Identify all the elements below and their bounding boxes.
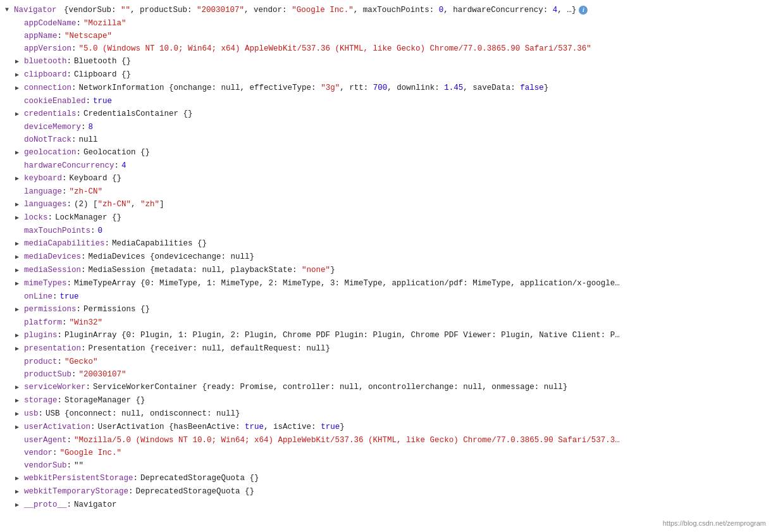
prop-key-maxTouchPoints: maxTouchPoints [24,225,90,237]
property-line-mimeTypes[interactable]: mimeTypes: MimeTypeArray {0: MimeType, 1… [0,277,771,290]
prop-key-cookieEnabled: cookieEnabled [24,96,86,107]
triangle-clipboard[interactable] [15,69,24,81]
prop-key-bluetooth: bluetooth [24,56,67,67]
prop-value-storage: StorageManager {} [65,395,145,406]
property-line-permissions[interactable]: permissions: Permissions {} [0,303,771,316]
prop-key-clipboard: clipboard [24,69,67,80]
property-line-connection[interactable]: connection: NetworkInformation {onchange… [0,82,771,95]
property-line-webkitPersistentStorage[interactable]: webkitPersistentStorage: DeprecatedStora… [0,472,771,485]
triangle-geolocation[interactable] [15,147,24,159]
property-line-vendor[interactable]: vendor: "Google Inc." [0,447,771,459]
property-line-bluetooth[interactable]: bluetooth: Bluetooth {} [0,55,771,68]
triangle-mediaSession[interactable] [15,264,24,276]
prop-value-userAgent: "Mozilla/5.0 (Windows NT 10.0; Win64; x6… [74,435,620,446]
property-line-appVersion[interactable]: appVersion: "5.0 (Windows NT 10.0; Win64… [0,42,771,55]
property-line-productSub[interactable]: productSub: "20030107" [0,368,771,381]
prop-value-appVersion: "5.0 (Windows NT 10.0; Win64; x64) Apple… [79,43,591,54]
property-line-mediaSession[interactable]: mediaSession: MediaSession {metadata: nu… [0,264,771,277]
property-line-doNotTrack[interactable]: doNotTrack: null [0,133,771,146]
devtools-panel: Navigator {vendorSub: "", productSub: "2… [0,0,771,514]
property-line-deviceMemory[interactable]: deviceMemory: 8 [0,121,771,133]
prop-key-platform: platform [24,317,62,328]
prop-key-product: product [24,356,58,368]
property-line-storage[interactable]: storage: StorageManager {} [0,394,771,407]
property-line-locks[interactable]: locks: LockManager {} [0,211,771,225]
property-line-userAgent[interactable]: userAgent: "Mozilla/5.0 (Windows NT 10.0… [0,434,771,447]
prop-key-plugins: plugins [24,330,58,341]
prop-value-proto: Navigator [74,499,117,510]
prop-value-webkitTemporaryStorage: DeprecatedStorageQuota {} [136,486,255,497]
prop-key-deviceMemory: deviceMemory [24,121,81,133]
navigator-meta-value: {vendorSub: "", productSub: "20030107", … [64,4,576,16]
triangle-keyboard[interactable] [15,173,24,185]
property-line-mediaCapabilities[interactable]: mediaCapabilities: MediaCapabilities {} [0,237,771,251]
property-line-hardwareConcurrency[interactable]: hardwareConcurrency: 4 [0,159,771,172]
property-line-appCodeName[interactable]: appCodeName: "Mozilla" [0,17,771,30]
prop-value-clipboard: Clipboard {} [74,69,131,80]
property-line-appName[interactable]: appName: "Netscape" [0,30,771,42]
property-line-platform[interactable]: platform: "Win32" [0,316,771,329]
prop-value-bluetooth: Bluetooth {} [74,56,131,67]
prop-key-vendorSub: vendorSub [24,460,67,471]
property-line-userActivation[interactable]: userActivation: UserActivation {hasBeenA… [0,421,771,434]
triangle-presentation[interactable] [15,343,24,355]
triangle-connection[interactable] [15,82,24,94]
property-line-usb[interactable]: usb: USB {onconnect: null, ondisconnect:… [0,407,771,421]
triangle-serviceWorker[interactable] [15,381,24,393]
prop-value-locks: LockManager {} [55,212,121,223]
property-line-maxTouchPoints[interactable]: maxTouchPoints: 0 [0,225,771,237]
prop-value-mediaCapabilities: MediaCapabilities {} [112,238,207,249]
property-line-serviceWorker[interactable]: serviceWorker: ServiceWorkerContainer {r… [0,381,771,394]
triangle-languages[interactable] [15,199,24,211]
navigator-key: Navigator [14,4,57,16]
property-line-vendorSub[interactable]: vendorSub: "" [0,459,771,472]
prop-key-mimeTypes: mimeTypes [24,278,67,289]
triangle-permissions[interactable] [15,304,24,316]
triangle-webkitPersistentStorage[interactable] [15,473,24,485]
property-line-proto[interactable]: __proto__: Navigator [0,498,771,512]
triangle-locks[interactable] [15,212,24,224]
property-line-credentials[interactable]: credentials: CredentialsContainer {} [0,108,771,121]
prop-key-userAgent: userAgent [24,435,67,446]
prop-value-serviceWorker: ServiceWorkerContainer {ready: Promise, … [93,381,567,393]
triangle-usb[interactable] [15,408,24,420]
triangle-plugins[interactable] [15,330,24,342]
prop-value-plugins: PluginArray {0: Plugin, 1: Plugin, 2: Pl… [65,330,620,341]
property-line-plugins[interactable]: plugins: PluginArray {0: Plugin, 1: Plug… [0,329,771,342]
prop-value-presentation: Presentation {receiver: null, defaultReq… [89,343,331,354]
prop-key-mediaCapabilities: mediaCapabilities [24,238,105,249]
triangle-webkitTemporaryStorage[interactable] [15,486,24,498]
property-line-onLine[interactable]: onLine: true [0,290,771,303]
prop-value-mediaSession: MediaSession {metadata: null, playbackSt… [89,264,335,276]
info-icon[interactable]: i [579,6,588,15]
triangle-mimeTypes[interactable] [15,278,24,290]
prop-key-usb: usb [24,408,39,419]
triangle-credentials[interactable] [15,108,24,120]
prop-key-credentials: credentials [24,108,77,120]
triangle-userActivation[interactable] [15,421,24,433]
navigator-header[interactable]: Navigator {vendorSub: "", productSub: "2… [0,3,771,17]
triangle-storage[interactable] [15,395,24,407]
prop-key-geolocation: geolocation [24,147,77,158]
triangle-proto[interactable] [15,499,24,511]
property-line-mediaDevices[interactable]: mediaDevices: MediaDevices {ondevicechan… [0,251,771,264]
property-line-keyboard[interactable]: keyboard: Keyboard {} [0,172,771,185]
prop-key-userActivation: userActivation [24,421,90,433]
property-line-product[interactable]: product: "Gecko" [0,356,771,368]
prop-value-userActivation: UserActivation {hasBeenActive: true, isA… [98,421,345,433]
property-line-language[interactable]: language: "zh-CN" [0,185,771,198]
prop-key-keyboard: keyboard [24,173,62,184]
property-line-clipboard[interactable]: clipboard: Clipboard {} [0,68,771,82]
prop-value-maxTouchPoints: 0 [98,225,103,237]
property-line-webkitTemporaryStorage[interactable]: webkitTemporaryStorage: DeprecatedStorag… [0,485,771,498]
prop-key-mediaSession: mediaSession [24,264,81,276]
property-line-presentation[interactable]: presentation: Presentation {receiver: nu… [0,342,771,356]
prop-key-onLine: onLine [24,291,52,302]
property-line-geolocation[interactable]: geolocation: Geolocation {} [0,146,771,159]
triangle-mediaDevices[interactable] [15,251,24,263]
property-line-cookieEnabled[interactable]: cookieEnabled: true [0,95,771,108]
triangle-bluetooth[interactable] [15,56,24,68]
property-line-languages[interactable]: languages: (2) ["zh-CN", "zh"] [0,198,771,211]
triangle-mediaCapabilities[interactable] [15,238,24,250]
navigator-expand-triangle[interactable] [5,4,14,16]
